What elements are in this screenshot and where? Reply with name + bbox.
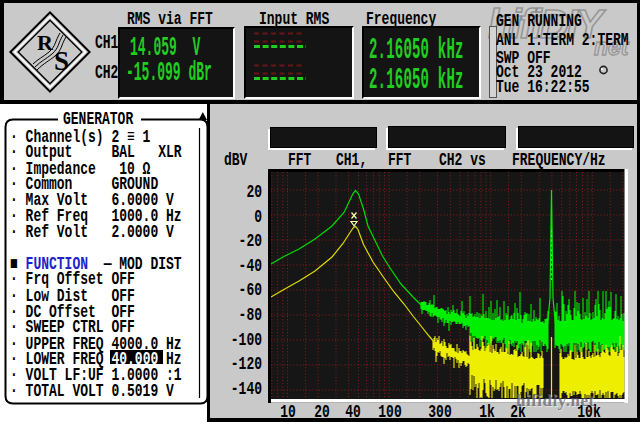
svg-text:R: R <box>37 30 54 55</box>
svg-text:S: S <box>54 46 69 76</box>
